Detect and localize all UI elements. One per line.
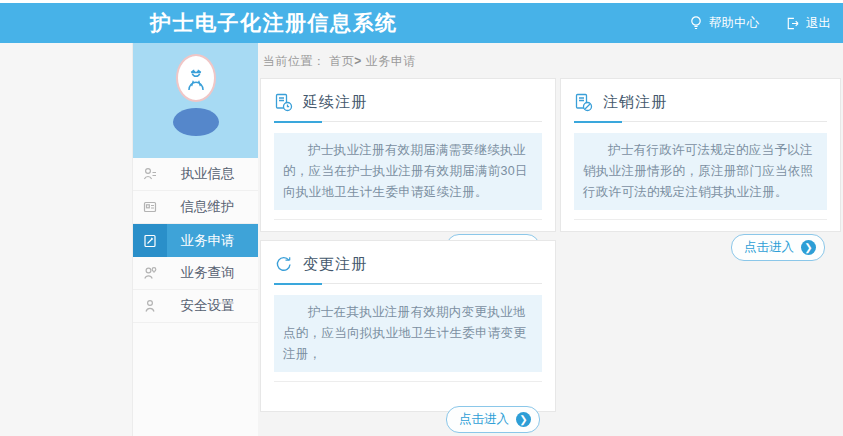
help-center-label: 帮助中心 (709, 15, 759, 32)
card-title: 延续注册 (303, 93, 367, 112)
document-edit-icon (133, 224, 167, 257)
logout-label: 退出 (806, 15, 831, 32)
change-arrow-icon (274, 255, 293, 274)
card-title: 注销注册 (603, 93, 667, 112)
card-title: 变更注册 (303, 255, 367, 274)
breadcrumb-prefix: 当前位置： (263, 54, 326, 68)
document-cancel-icon (574, 93, 593, 112)
nurse-avatar-icon (183, 62, 209, 94)
enter-button-label: 点击进入 (459, 411, 509, 428)
card-title-underline (274, 120, 542, 122)
card-description: 护士在其执业注册有效期内变更执业地点的，应当向拟执业地卫生计生委申请变更注册， (274, 295, 542, 372)
card-title-underline (274, 282, 542, 284)
card-cancel-registration: 注销注册 护士有行政许可法规定的应当予以注销执业注册情形的，原注册部门应当依照行… (560, 78, 841, 232)
enter-button-label: 点击进入 (744, 239, 794, 256)
sidebar-item-label: 执业信息 (167, 158, 258, 190)
logout-icon (785, 16, 800, 31)
sidebar-filler (133, 323, 258, 436)
sidebar-item-security-settings[interactable]: 安全设置 (133, 290, 258, 323)
sidebar-item-label: 信息维护 (167, 191, 258, 223)
sidebar-item-label: 业务查询 (167, 257, 258, 289)
sidebar-item-label: 业务申请 (167, 224, 258, 257)
lightbulb-icon (689, 15, 703, 31)
person-search-icon (133, 257, 167, 289)
help-center-link[interactable]: 帮助中心 (689, 15, 759, 32)
sidebar-item-label: 安全设置 (167, 290, 258, 322)
breadcrumb-home[interactable]: 首页 (329, 54, 354, 68)
circle-arrow-right-icon: ❯ (801, 240, 816, 255)
user-name-redacted (173, 108, 219, 136)
sidebar-item-practice-info[interactable]: 执业信息 (133, 158, 258, 191)
user-avatar-panel (133, 43, 258, 158)
header-actions: 帮助中心 退出 (689, 3, 831, 43)
card-title-underline (574, 120, 827, 122)
document-clock-icon (274, 93, 293, 112)
sidebar-item-business-application[interactable]: 业务申请 (133, 224, 258, 257)
breadcrumb-separator: > (354, 54, 362, 68)
sidebar-item-info-maintenance[interactable]: 信息维护 (133, 191, 258, 224)
app-title: 护士电子化注册信息系统 (150, 9, 398, 37)
enter-button[interactable]: 点击进入 ❯ (731, 234, 825, 261)
main-content: 当前位置： 首页> 业务申请 延续注册 护士执业注册有效期届满需要继续执业的，应… (258, 43, 843, 436)
card-description: 护士执业注册有效期届满需要继续执业的，应当在护士执业注册有效期届满前30日向执业… (274, 133, 542, 210)
app-header: 护士电子化注册信息系统 帮助中心 退出 (0, 3, 843, 43)
sidebar-item-business-query[interactable]: 业务查询 (133, 257, 258, 290)
logout-link[interactable]: 退出 (785, 15, 831, 32)
card-change-registration: 变更注册 护士在其执业注册有效期内变更执业地点的，应当向拟执业地卫生计生委申请变… (260, 240, 556, 412)
person-lock-icon (133, 290, 167, 322)
person-lines-icon (133, 158, 167, 190)
left-gutter (0, 43, 133, 436)
avatar[interactable] (176, 54, 216, 102)
breadcrumb: 当前位置： 首页> 业务申请 (263, 53, 416, 70)
id-card-icon (133, 191, 167, 223)
sidebar: 执业信息 信息维护 业务申请 业务查询 (133, 43, 258, 436)
card-continue-registration: 延续注册 护士执业注册有效期届满需要继续执业的，应当在护士执业注册有效期届满前3… (260, 78, 556, 232)
circle-arrow-right-icon: ❯ (516, 412, 531, 427)
enter-button[interactable]: 点击进入 ❯ (446, 406, 540, 433)
card-description: 护士有行政许可法规定的应当予以注销执业注册情形的，原注册部门应当依照行政许可法的… (574, 133, 827, 210)
breadcrumb-current: 业务申请 (366, 54, 416, 68)
